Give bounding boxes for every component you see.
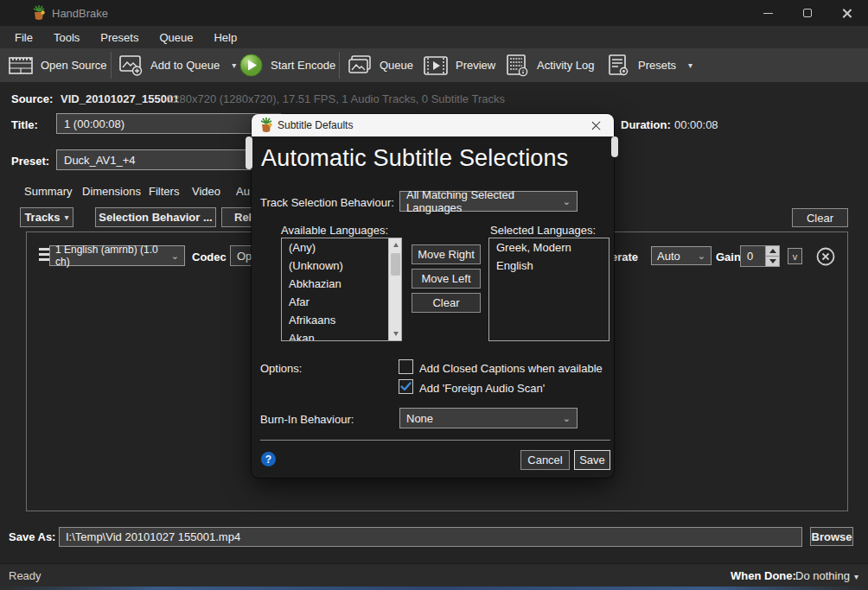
title-select[interactable]: 1 (00:00:08) xyxy=(56,113,281,134)
stepper-down-button[interactable] xyxy=(766,256,779,266)
list-item[interactable]: Greek, Modern xyxy=(489,238,609,257)
toolbar-separator xyxy=(111,52,112,79)
tab-dimensions[interactable]: Dimensions xyxy=(82,185,141,198)
save-as-input[interactable]: I:\Temp\Vid 20101027 155001.mp4 xyxy=(59,527,802,547)
browse-button[interactable]: Browse xyxy=(810,527,853,546)
track-selection-behaviour-select[interactable]: All Matching Selected Languages xyxy=(399,191,578,212)
dialog-heading: Automatic Subtitle Selections xyxy=(261,145,568,172)
dialog-close-button[interactable] xyxy=(583,114,609,136)
track-expand-button[interactable] xyxy=(788,248,802,264)
tracks-button[interactable]: Tracks xyxy=(20,207,73,227)
start-encode-button[interactable]: Start Encode xyxy=(239,48,335,82)
scrollbar-thumb[interactable] xyxy=(391,253,400,276)
menu-queue[interactable]: Queue xyxy=(149,26,203,48)
help-icon: ? xyxy=(265,454,271,466)
handbrake-logo-icon xyxy=(31,5,47,21)
samplerate-select-value: Auto xyxy=(657,250,680,263)
samplerate-select[interactable]: Auto xyxy=(651,246,712,265)
add-to-queue-button[interactable]: Add to Queue xyxy=(119,48,236,82)
maximize-button[interactable] xyxy=(788,0,827,26)
desktop-glow xyxy=(0,587,868,590)
tab-video[interactable]: Video xyxy=(192,185,220,198)
move-right-button[interactable]: Move Right xyxy=(412,244,481,264)
scrollbar[interactable] xyxy=(388,238,401,340)
chevron-down-icon xyxy=(171,251,179,261)
preview-icon xyxy=(424,55,448,76)
scroll-up-button[interactable] xyxy=(389,238,402,251)
queue-label: Queue xyxy=(380,59,413,72)
move-right-label: Move Right xyxy=(418,248,475,261)
menu-file[interactable]: File xyxy=(4,26,43,48)
remove-track-button[interactable] xyxy=(816,247,835,266)
open-source-button[interactable]: Open Source xyxy=(9,48,107,82)
gain-input[interactable]: 0 xyxy=(740,245,766,267)
duration-label: Duration: xyxy=(621,118,671,131)
window-titlebar: HandBrake xyxy=(0,0,868,26)
preview-button[interactable]: Preview xyxy=(424,48,495,82)
start-encode-label: Start Encode xyxy=(271,59,335,72)
checkmark-icon xyxy=(400,382,412,391)
dialog-divider xyxy=(260,440,610,441)
codec-label: Codec xyxy=(192,251,227,263)
add-to-queue-icon xyxy=(119,54,143,76)
window-edge-highlight xyxy=(246,136,252,169)
title-label: Title: xyxy=(11,118,38,131)
list-item[interactable]: (Any) xyxy=(282,238,388,257)
clear-languages-label: Clear xyxy=(432,296,459,309)
menu-tools[interactable]: Tools xyxy=(43,26,90,48)
activity-log-button[interactable]: Activity Log xyxy=(506,48,594,82)
close-button[interactable] xyxy=(828,0,866,26)
window-edge-highlight xyxy=(611,136,618,157)
menu-bar: File Tools Presets Queue Help xyxy=(0,26,868,48)
activity-log-icon xyxy=(506,54,529,77)
list-item[interactable]: Afar xyxy=(282,293,388,311)
closed-captions-option-label: Add Closed Captions when available xyxy=(419,362,603,375)
list-item[interactable]: Afrikaans xyxy=(282,311,388,329)
preset-label: Preset: xyxy=(11,155,49,168)
tracks-button-label: Tracks xyxy=(24,211,60,224)
save-button-label: Save xyxy=(579,454,605,466)
menu-help[interactable]: Help xyxy=(203,26,247,48)
start-encode-icon xyxy=(239,54,263,77)
list-item[interactable]: English xyxy=(489,257,609,275)
duration-value: 00:00:08 xyxy=(674,118,718,131)
clear-tracks-button[interactable]: Clear xyxy=(792,208,848,227)
tab-filters[interactable]: Filters xyxy=(149,185,179,198)
closed-captions-checkbox[interactable] xyxy=(399,359,413,374)
tab-audio[interactable]: Au xyxy=(236,185,250,198)
list-item[interactable]: Abkhazian xyxy=(282,275,388,293)
presets-button[interactable]: Presets xyxy=(607,48,692,82)
chevron-down-icon xyxy=(698,251,705,261)
list-item[interactable]: (Unknown) xyxy=(282,257,388,275)
tab-summary[interactable]: Summary xyxy=(24,185,73,198)
selection-behavior-button[interactable]: Selection Behavior ... xyxy=(95,207,216,227)
foreign-audio-scan-checkbox[interactable] xyxy=(399,379,413,394)
close-icon xyxy=(591,121,601,130)
burn-in-behaviour-select[interactable]: None xyxy=(399,408,578,428)
clear-languages-button[interactable]: Clear xyxy=(412,293,481,313)
minimize-button[interactable] xyxy=(749,0,787,26)
burn-in-behaviour-label: Burn-In Behaviour: xyxy=(260,413,354,426)
gain-stepper[interactable] xyxy=(765,245,780,267)
available-languages-list[interactable]: (Any) (Unknown) Abkhazian Afar Afrikaans… xyxy=(281,238,402,341)
cancel-button[interactable]: Cancel xyxy=(520,450,570,470)
menu-presets[interactable]: Presets xyxy=(90,26,149,48)
queue-button[interactable]: Queue xyxy=(348,48,413,82)
gain-value: 0 xyxy=(747,250,753,263)
open-source-label: Open Source xyxy=(41,59,107,72)
help-button[interactable]: ? xyxy=(261,452,276,466)
list-item[interactable]: Akan xyxy=(282,329,388,341)
scroll-down-button[interactable] xyxy=(389,327,402,340)
audio-track-select[interactable]: 1 English (amrnb) (1.0 ch) xyxy=(49,245,185,266)
selected-languages-list[interactable]: Greek, Modern English xyxy=(488,238,610,341)
track-selection-behaviour-label: Track Selection Behaviour: xyxy=(260,196,394,209)
move-left-button[interactable]: Move Left xyxy=(412,269,481,289)
stepper-up-button[interactable] xyxy=(766,246,779,256)
cancel-button-label: Cancel xyxy=(527,454,562,466)
presets-label: Presets xyxy=(638,59,676,72)
save-as-label: Save As: xyxy=(9,530,55,543)
when-done-select[interactable]: Do nothing xyxy=(795,569,858,582)
save-button[interactable]: Save xyxy=(574,450,610,470)
title-select-value: 1 (00:00:08) xyxy=(64,117,124,130)
codec-select-value: Op xyxy=(237,250,252,263)
